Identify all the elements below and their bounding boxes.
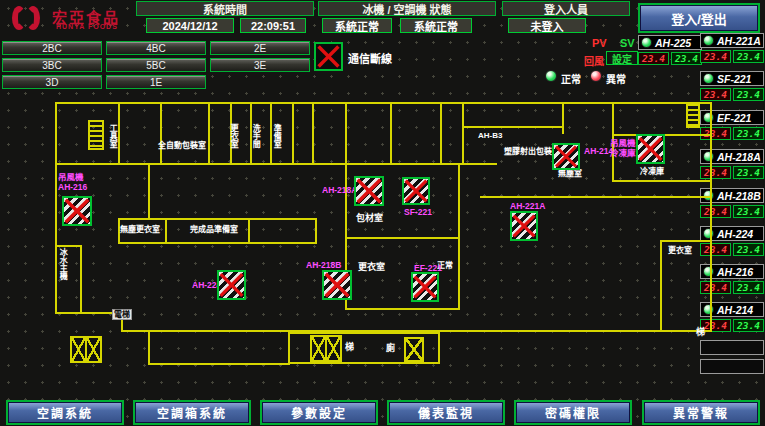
return-air-label: 回風 (584, 53, 604, 68)
status-lamp-icon (703, 228, 714, 239)
wall-segment (55, 245, 82, 247)
wall-segment (440, 102, 442, 163)
logo-arc-icon (12, 6, 26, 30)
logo-subtitle: HUNYA FOODS (56, 23, 118, 30)
system-time-value: 22:09:51 (240, 18, 306, 33)
nav-param-set-button[interactable]: 參數設定 (262, 402, 376, 423)
login-user-label: 登入人員 (502, 1, 630, 16)
system-time-label: 系統時間 (136, 1, 314, 16)
nav-password-auth-button[interactable]: 密碼權限 (516, 402, 630, 423)
nav-ac-system-button[interactable]: 空調系統 (8, 402, 122, 423)
room-label: 更衣室 (358, 262, 385, 272)
room-label: 更衣室 (229, 124, 238, 148)
sv-value: 23.4 (733, 127, 764, 140)
comm-fail-label: 通信斷線 (348, 50, 392, 66)
floor-button-3e[interactable]: 3E (210, 58, 310, 72)
unit-values: 23.4 23.4 (638, 52, 702, 65)
room-label: 全自動包裝室 (158, 141, 206, 150)
floor-button-2e[interactable]: 2E (210, 41, 310, 55)
wall-segment (345, 102, 347, 163)
sv-value: 23.4 (733, 243, 764, 256)
unit-name-box[interactable]: AH-225 (638, 35, 702, 50)
stairs-symbol (404, 337, 424, 362)
wall-segment (312, 102, 314, 163)
stairs-symbol (310, 335, 342, 362)
ahu-comm-fail-icon[interactable] (217, 270, 246, 300)
wall-segment (248, 218, 250, 244)
unit-name-box[interactable]: SF-221 (700, 71, 764, 86)
nav-ahu-system-button[interactable]: 空調箱系統 (135, 402, 249, 423)
ahu-comm-fail-icon[interactable] (636, 134, 665, 164)
status-lamp-icon (703, 35, 714, 46)
wall-segment (345, 237, 460, 239)
unit-name: AH-216 (717, 266, 753, 278)
pv-value: 23.4 (700, 50, 731, 63)
room-label: 準備室 (272, 124, 281, 148)
ahu-comm-fail-icon[interactable] (354, 176, 384, 206)
pv-value: 23.4 (700, 205, 731, 218)
stairs-symbol (70, 336, 102, 363)
room-label: 包材室 (356, 213, 383, 223)
wall-segment (345, 308, 460, 310)
room-label: 無塵室 (558, 169, 582, 178)
wall-segment (208, 102, 210, 163)
floor-button-3bc[interactable]: 3BC (2, 58, 102, 72)
empty-unit-slot (700, 340, 764, 355)
status-lamp-icon (703, 151, 714, 162)
ahu-comm-fail-icon[interactable] (322, 270, 352, 300)
floor-button-1e[interactable]: 1E (106, 75, 206, 89)
room-label: 工具室 (108, 124, 117, 148)
nav-alarm-button[interactable]: 異常警報 (644, 402, 758, 423)
floor-button-4bc[interactable]: 4BC (106, 41, 206, 55)
room-label: 廁 (386, 343, 395, 353)
room-label: 冷凍庫 (640, 167, 664, 176)
empty-unit-slot (700, 359, 764, 374)
sv-value: 23.4 (733, 205, 764, 218)
pv-value: 23.4 (700, 166, 731, 179)
status-lamp-icon (703, 73, 714, 84)
unit-values: 23.423.4 (700, 88, 764, 101)
pv-value: 23.4 (700, 88, 731, 101)
unit-values: 23.423.4 (700, 50, 764, 63)
ahu-label: 吊風機 AH-216 (58, 172, 87, 192)
logo-arc-icon (26, 6, 40, 30)
wall-segment (562, 102, 564, 134)
sv-column-header: SV (620, 37, 635, 49)
login-logout-button[interactable]: 登入/登出 (640, 5, 758, 31)
wall-segment (148, 330, 150, 365)
floor-button-3d[interactable]: 3D (2, 75, 102, 89)
wall-segment (660, 240, 712, 242)
normal-lamp-icon (545, 70, 557, 82)
ahu-comm-fail-icon[interactable] (552, 143, 580, 170)
unit-name-box[interactable]: AH-221A (700, 33, 764, 48)
stairs-ladder-symbol (88, 120, 104, 150)
ahu-label: AH-221A (510, 201, 545, 211)
system-date-value: 2024/12/12 (146, 18, 234, 33)
wall-segment (118, 102, 120, 163)
floor-button-5bc[interactable]: 5BC (106, 58, 206, 72)
ahu-comm-fail-icon[interactable] (402, 177, 430, 205)
ahu-label: AH-218B (306, 260, 341, 270)
ahu-comm-fail-icon[interactable] (62, 196, 92, 226)
unit-name: EF-221 (717, 112, 751, 124)
wall-segment (315, 218, 317, 244)
sv-value: 23.4 (733, 166, 764, 179)
abnormal-lamp-icon (590, 70, 602, 82)
sv-value: 23.4 (733, 88, 764, 101)
wall-segment (612, 102, 614, 134)
sv-value: 23.4 (733, 281, 764, 294)
setpoint-label: 設定 (606, 51, 638, 65)
nav-meter-monitor-button[interactable]: 儀表監視 (389, 402, 503, 423)
wall-segment (462, 102, 464, 163)
wall-segment (612, 180, 710, 182)
wall-segment (288, 332, 440, 334)
wall-segment (160, 102, 162, 163)
ahu-comm-fail-icon[interactable] (411, 272, 439, 302)
sv-value: 23.4 (671, 52, 702, 65)
ahu-comm-fail-icon[interactable] (510, 211, 538, 241)
floor-button-2bc[interactable]: 2BC (2, 41, 102, 55)
room-label: 完成品準備室 (190, 225, 238, 234)
machine-status-label: 冰機 / 空調機 狀態 (318, 1, 496, 16)
unit-name: AH-221A (717, 35, 761, 47)
pv-value: 23.4 (638, 52, 669, 65)
